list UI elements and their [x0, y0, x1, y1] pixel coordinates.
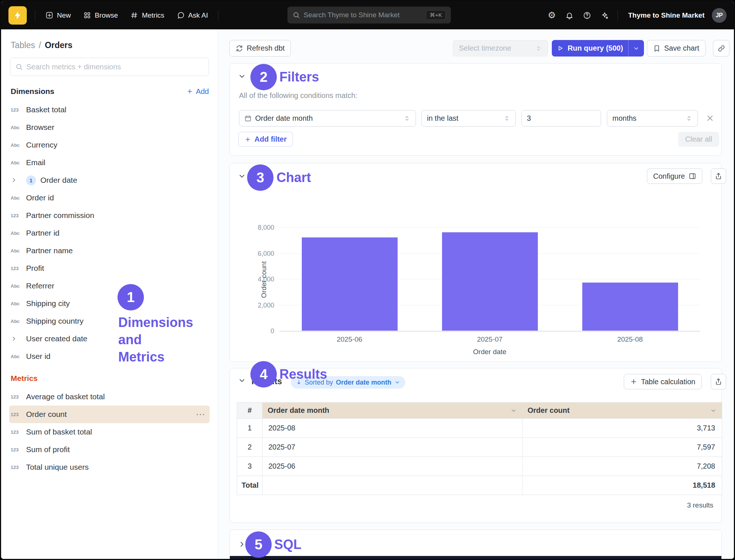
column-header-order-count[interactable]: Order count	[522, 403, 722, 419]
metrics-button-label: Metrics	[142, 11, 164, 19]
sidebar-item-sum-profit[interactable]: 123 Sum of profit	[1, 441, 218, 458]
y-tick-label: 8,000	[258, 224, 274, 232]
sidebar-item-profit[interactable]: 123 Profit	[1, 259, 218, 277]
chevron-down-icon	[633, 45, 640, 52]
sidebar-item-email[interactable]: Abc Email	[1, 154, 218, 171]
sidebar-item-referrer[interactable]: Abc Referrer	[1, 277, 218, 295]
explore-sidebar: Tables / Orders Dimensions Add 123 Baske…	[1, 29, 218, 559]
run-query-button[interactable]: Run query (500)	[552, 40, 644, 57]
plus-square-icon	[46, 11, 53, 19]
total-row: Total 18,518	[237, 476, 722, 495]
sidebar-item-currency[interactable]: Abc Currency	[1, 136, 218, 154]
number-type-icon: 123	[11, 394, 22, 400]
results-table: # Order date month Order count 1 2025-08	[237, 402, 722, 495]
chevron-right-icon[interactable]	[11, 335, 22, 342]
sidebar-item-sum-basket-total[interactable]: 123 Sum of basket total	[1, 423, 218, 441]
sidebar-item-browser[interactable]: Abc Browser	[1, 119, 218, 136]
row-index: 2	[237, 438, 262, 457]
save-chart-button[interactable]: Save chart	[647, 40, 706, 57]
notifications-button[interactable]	[562, 8, 577, 23]
chat-bubble-icon	[177, 11, 185, 19]
lightning-bolt-icon	[13, 11, 22, 20]
collapse-chart-chevron[interactable]	[238, 172, 246, 182]
user-avatar[interactable]: JP	[712, 8, 727, 23]
app-logo[interactable]	[8, 6, 27, 25]
run-query-dropdown[interactable]	[629, 40, 644, 57]
sidebar-search[interactable]	[10, 58, 209, 76]
expand-sql-chevron[interactable]	[238, 540, 246, 550]
table-calculation-button[interactable]: Table calculation	[624, 374, 702, 389]
ask-ai-button[interactable]: Ask AI	[172, 8, 213, 23]
item-label: Currency	[26, 141, 210, 149]
sidebar-item-partner-commission[interactable]: 123 Partner commission	[1, 207, 218, 224]
column-label: Order date month	[268, 406, 329, 415]
collapse-filters-chevron[interactable]	[238, 72, 246, 82]
workspace-name[interactable]: Thyme to Shine Market	[623, 11, 710, 19]
annotation-2-circle: 2	[250, 64, 277, 90]
ai-sparkles-button[interactable]	[597, 8, 612, 23]
export-chart-button[interactable]	[711, 168, 726, 184]
sidebar-item-average-basket-total[interactable]: 123 Average of basket total	[1, 388, 218, 406]
sidebar-item-partner-name[interactable]: Abc Partner name	[1, 242, 218, 259]
add-dimension-button[interactable]: Add	[187, 87, 209, 96]
browse-button[interactable]: Browse	[78, 8, 123, 23]
total-label: Total	[237, 476, 262, 495]
filter-field-select[interactable]: Order date month	[239, 110, 416, 127]
filter-operator-select[interactable]: in the last	[421, 110, 516, 127]
annotation-5-label: SQL	[274, 537, 301, 553]
metrics-button[interactable]: Metrics	[125, 8, 169, 23]
collapse-results-chevron[interactable]	[238, 377, 246, 386]
chevron-right-icon	[238, 540, 246, 548]
sidebar-item-order-date[interactable]: 1 Order date	[1, 171, 218, 189]
breadcrumb-tables[interactable]: Tables	[11, 40, 35, 50]
refresh-dbt-button[interactable]: Refresh dbt	[229, 40, 291, 57]
clear-all-button[interactable]: Clear all	[678, 132, 719, 147]
ask-ai-button-label: Ask AI	[188, 11, 208, 19]
new-button-label: New	[57, 11, 71, 19]
row-month: 2025-06	[262, 457, 522, 476]
plus-icon	[245, 136, 251, 143]
sidebar-item-order-id[interactable]: Abc Order id	[1, 189, 218, 207]
timezone-select[interactable]: Select timezone	[453, 40, 548, 57]
x-tick-label: 2025-08	[617, 335, 643, 343]
chevron-down-icon	[510, 407, 517, 414]
sidebar-item-basket-total[interactable]: 123 Basket total	[1, 101, 218, 119]
annotation-4-circle: 4	[250, 361, 277, 388]
configure-button[interactable]: Configure	[647, 168, 702, 184]
filter-unit-select[interactable]: months	[607, 110, 698, 127]
filter-value-input[interactable]	[522, 110, 601, 126]
chevron-down-icon	[238, 172, 246, 180]
settings-button[interactable]: ⚙	[544, 8, 560, 23]
export-results-button[interactable]	[711, 374, 726, 389]
sidebar-item-total-unique-users[interactable]: 123 Total unique users	[1, 458, 218, 476]
annotation-1-line2: and	[118, 331, 193, 348]
selector-icon	[503, 115, 510, 122]
selector-icon	[685, 115, 692, 122]
item-label: Referrer	[26, 281, 210, 290]
remove-filter-button[interactable]	[706, 114, 714, 124]
number-type-icon: 123	[11, 447, 22, 452]
add-filter-button[interactable]: Add filter	[238, 132, 293, 147]
sidebar-item-order-count[interactable]: 123 Order count ⋯	[9, 406, 210, 423]
text-type-icon: Abc	[11, 195, 22, 201]
chevron-right-icon[interactable]	[11, 177, 22, 183]
column-header-order-date-month[interactable]: Order date month	[262, 403, 522, 419]
sidebar-search-input[interactable]	[26, 63, 203, 71]
help-circle-icon	[583, 11, 591, 19]
number-type-icon: 123	[11, 107, 22, 113]
y-tick-label: 4,000	[258, 276, 274, 283]
help-button[interactable]	[579, 8, 595, 23]
sidebar-item-shipping-city[interactable]: Abc Shipping city	[1, 295, 218, 312]
sql-editor-edge	[230, 556, 721, 559]
run-query-main[interactable]: Run query (500)	[552, 40, 628, 57]
copy-link-button[interactable]	[713, 40, 729, 57]
new-button[interactable]: New	[40, 8, 76, 23]
text-type-icon: Abc	[11, 354, 22, 359]
add-dimension-label: Add	[196, 87, 209, 96]
chevron-down-icon	[238, 72, 246, 80]
navbar-right: ⚙ Thyme to Shine Market JP	[544, 8, 727, 23]
save-chart-label: Save chart	[664, 44, 699, 52]
sidebar-item-partner-id[interactable]: Abc Partner id	[1, 224, 218, 242]
global-search[interactable]: ⌘+K	[287, 7, 451, 23]
global-search-input[interactable]	[304, 11, 422, 19]
